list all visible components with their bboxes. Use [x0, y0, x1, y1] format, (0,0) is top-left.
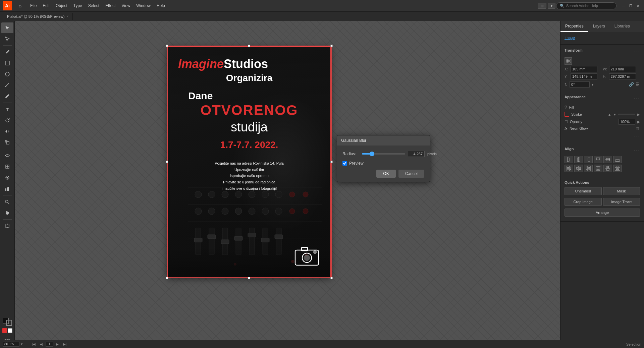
- paintbrush-tool[interactable]: [1, 91, 13, 102]
- rotation-dropdown[interactable]: ▾: [592, 82, 594, 87]
- stroke-type-dropdown[interactable]: [619, 114, 635, 115]
- type-tool[interactable]: T: [1, 104, 13, 115]
- unlink-icon[interactable]: ⛓: [636, 82, 640, 87]
- align-more-icon[interactable]: ⋯: [634, 147, 640, 154]
- preview-checkbox[interactable]: [342, 161, 347, 166]
- cancel-button[interactable]: Cancel: [398, 170, 424, 178]
- reference-point-icon[interactable]: [565, 57, 572, 65]
- x-input[interactable]: [571, 66, 597, 72]
- align-top-edge[interactable]: [594, 156, 602, 163]
- column-graph-tool[interactable]: [1, 183, 13, 194]
- align-center-h[interactable]: [574, 156, 583, 163]
- scale-tool[interactable]: [1, 137, 13, 148]
- stroke-color-swatch[interactable]: [565, 112, 569, 117]
- warp-tool[interactable]: [1, 150, 13, 161]
- page-number-input[interactable]: [46, 342, 53, 347]
- minimize-button[interactable]: ─: [620, 2, 627, 9]
- canvas-area[interactable]: ImagineStudios Organizira Dane OTVORENOG…: [15, 21, 560, 348]
- menu-window[interactable]: Window: [133, 2, 153, 9]
- close-button[interactable]: ✕: [635, 2, 641, 9]
- menu-file[interactable]: File: [28, 2, 39, 9]
- tab-properties[interactable]: Properties: [560, 21, 588, 32]
- menu-edit[interactable]: Edit: [40, 2, 52, 9]
- appearance-section: Appearance ⋯ ? Fill Stroke ▲ ▼ ▶ ☐: [560, 91, 644, 143]
- menu-type[interactable]: Type: [71, 2, 85, 9]
- fill-question-icon[interactable]: ?: [565, 105, 567, 110]
- prev-page-button[interactable]: ◀: [38, 341, 44, 347]
- fill-stroke-indicator[interactable]: [3, 318, 12, 327]
- home-icon[interactable]: ⌂: [15, 1, 25, 10]
- menu-object[interactable]: Object: [53, 2, 70, 9]
- restore-button[interactable]: ❐: [627, 2, 634, 9]
- pen-tool[interactable]: [1, 47, 13, 57]
- first-page-button[interactable]: |◀: [31, 341, 37, 347]
- y-input[interactable]: [571, 73, 597, 79]
- distribute-top[interactable]: [594, 165, 602, 172]
- align-bottom-edge[interactable]: [613, 156, 622, 163]
- none-icon[interactable]: [8, 328, 12, 333]
- h-input[interactable]: [609, 73, 636, 79]
- hand-tool[interactable]: [1, 208, 13, 218]
- next-page-button[interactable]: ▶: [54, 341, 60, 347]
- symbol-sprayer-tool[interactable]: [1, 172, 13, 183]
- free-transform-tool[interactable]: [1, 161, 13, 172]
- rotate-tool[interactable]: [1, 115, 13, 126]
- w-input[interactable]: [609, 66, 636, 72]
- shape-tool[interactable]: [1, 58, 13, 68]
- zoom-dropdown[interactable]: ▾: [21, 342, 23, 346]
- ok-button[interactable]: OK: [376, 170, 395, 178]
- distribute-center-v[interactable]: [603, 165, 612, 172]
- arrange-button[interactable]: Arrange: [565, 209, 640, 217]
- search-input[interactable]: [566, 4, 613, 8]
- transform-more-icon[interactable]: ⋯: [634, 48, 640, 55]
- menu-view[interactable]: View: [119, 2, 133, 9]
- effect-delete-icon[interactable]: 🗑: [636, 126, 640, 131]
- last-page-button[interactable]: ▶|: [62, 341, 68, 347]
- zoom-input[interactable]: [3, 342, 19, 347]
- h-field-row: H:: [603, 73, 640, 79]
- selection-tool[interactable]: [1, 22, 13, 33]
- direct-selection-tool[interactable]: [1, 34, 13, 44]
- zoom-tool[interactable]: [1, 196, 13, 207]
- opacity-expand[interactable]: ▶: [637, 120, 640, 124]
- stroke-up-arrow[interactable]: ▲: [608, 113, 611, 116]
- artboard-tool[interactable]: [1, 221, 13, 231]
- document-tab[interactable]: Plakat.ai* @ 80.1% (RGB/Preview) ×: [3, 13, 73, 20]
- unembed-button[interactable]: Unembed: [565, 187, 602, 195]
- appearance-more-icon[interactable]: ⋯: [634, 95, 640, 102]
- radius-input[interactable]: [408, 151, 425, 157]
- appearance-options-icon[interactable]: ⋯: [634, 132, 640, 139]
- image-trace-button[interactable]: Image Trace: [603, 198, 640, 206]
- align-center-v[interactable]: [603, 156, 612, 163]
- mask-button[interactable]: Mask: [603, 187, 640, 195]
- align-left-edge[interactable]: [565, 156, 573, 163]
- distribute-left[interactable]: [565, 165, 573, 172]
- stroke-down-arrow[interactable]: ▼: [613, 113, 616, 116]
- stroke-expand[interactable]: ▶: [637, 113, 640, 116]
- fill-color[interactable]: [2, 328, 7, 333]
- radius-slider[interactable]: [362, 153, 405, 155]
- pencil-tool[interactable]: [1, 80, 13, 91]
- rotation-input[interactable]: [570, 81, 590, 88]
- menu-effect[interactable]: Effect: [103, 2, 118, 9]
- artboard[interactable]: ImagineStudios Organizira Dane OTVORENOG…: [167, 46, 331, 278]
- workspace-dropdown[interactable]: ▾: [548, 3, 555, 9]
- tab-libraries[interactable]: Libraries: [610, 21, 635, 32]
- neon-glow-label[interactable]: Neon Glow: [570, 126, 634, 130]
- opacity-input[interactable]: [619, 119, 635, 125]
- distribute-bottom[interactable]: [613, 165, 622, 172]
- panel-scroll[interactable]: Image Transform ⋯ X:: [560, 32, 644, 348]
- search-box[interactable]: 🔍: [556, 2, 616, 9]
- workspace-btn[interactable]: ⊞: [538, 3, 546, 9]
- reflect-tool[interactable]: [1, 126, 13, 137]
- distribute-right[interactable]: [584, 165, 593, 172]
- menu-help[interactable]: Help: [154, 2, 168, 9]
- menu-select[interactable]: Select: [86, 2, 102, 9]
- crop-image-button[interactable]: Crop Image: [565, 198, 602, 206]
- align-right-edge[interactable]: [584, 156, 593, 163]
- ellipse-tool[interactable]: [1, 69, 13, 79]
- tab-layers[interactable]: Layers: [588, 21, 610, 32]
- image-link[interactable]: Image: [565, 36, 640, 40]
- tab-close-icon[interactable]: ×: [66, 14, 68, 18]
- distribute-center-h[interactable]: [574, 165, 583, 172]
